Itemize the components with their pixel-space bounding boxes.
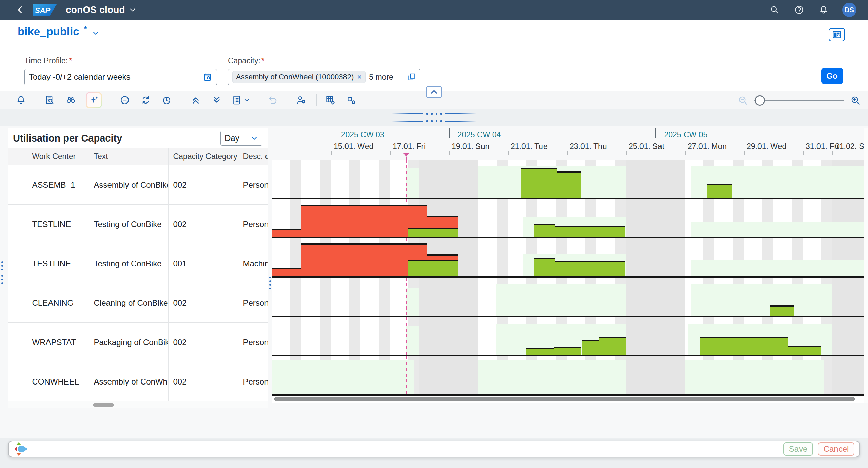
chart-horizontal-scrollbar[interactable] [272, 396, 864, 403]
calendar-search-icon[interactable] [203, 72, 213, 82]
zoom-out-icon[interactable] [738, 95, 748, 106]
document-options-button[interactable] [232, 95, 250, 105]
utilisation-bar[interactable] [408, 260, 458, 278]
ai-assistant-button[interactable] [86, 92, 102, 108]
page-title: bike_public [18, 25, 79, 38]
table-settings-button[interactable] [324, 94, 336, 107]
weekend-shading [626, 160, 685, 199]
scrollbar-thumb[interactable] [274, 397, 855, 401]
capacity-field[interactable]: Assembly of ConWheel (10000382) × 5 more [228, 69, 420, 85]
binoculars-button[interactable] [65, 94, 77, 107]
date-tick [803, 151, 804, 155]
conos-logo [14, 442, 28, 456]
cancel-button[interactable]: Cancel [818, 442, 854, 456]
capacity-more-count[interactable]: 5 more [369, 73, 404, 82]
utilisation-bar[interactable] [534, 224, 555, 238]
time-profile-input[interactable] [29, 72, 200, 82]
expand-all-button[interactable] [211, 94, 223, 107]
time-profile-label: Time Profile: [24, 56, 68, 65]
zoom-slider-track[interactable] [754, 100, 844, 101]
date-tick [626, 151, 627, 155]
token-remove-icon[interactable]: × [357, 72, 362, 82]
notifications-button[interactable] [15, 94, 27, 107]
application-window: SAP conOS cloud DS bike_public * Time Pr… [0, 0, 868, 468]
layout-toggle-button[interactable] [829, 28, 845, 41]
horizontal-splitter-handle[interactable] [392, 112, 476, 115]
time-history-button[interactable] [161, 94, 173, 107]
variant-title[interactable]: bike_public * [18, 25, 99, 38]
capacity-baseline [272, 276, 864, 278]
column-header-desc: Desc. c [238, 148, 268, 165]
zoom-slider[interactable] [754, 95, 844, 106]
utilisation-chart-panel: 2025 CW 032025 CW 042025 CW 0515.01. Wed… [272, 128, 868, 403]
table-row[interactable]: TESTLINETesting of ConBike001Machin [8, 244, 268, 283]
date-tick-label: 21.01. Tue [511, 142, 548, 151]
save-button[interactable]: Save [783, 442, 813, 456]
table-header-row: Work Center Text Capacity Category Desc.… [8, 148, 268, 165]
splitter-strip [0, 109, 868, 126]
table-row[interactable]: TESTLINETesting of ConBike002Person [8, 205, 268, 244]
value-help-icon[interactable] [407, 73, 416, 81]
window-splitter-handle[interactable] [1, 275, 3, 284]
utilisation-bar[interactable] [555, 226, 624, 238]
chart-vertical-scrollbar[interactable] [864, 128, 868, 403]
week-label: 2025 CW 05 [664, 130, 707, 139]
zoom-in-icon[interactable] [850, 95, 861, 106]
granularity-value: Day [225, 133, 239, 143]
table-row[interactable]: ASSEMB_1Assembly of ConBike002Person [8, 165, 268, 205]
today-marker-line [406, 157, 407, 160]
utilisation-bar[interactable] [521, 168, 556, 199]
document-search-button[interactable] [44, 94, 56, 107]
horizontal-splitter-handle[interactable] [392, 119, 476, 123]
utilisation-bar[interactable] [700, 337, 788, 356]
undo-button[interactable] [267, 94, 279, 107]
panel-splitter-grip[interactable] [269, 277, 271, 289]
utilisation-bar[interactable] [534, 258, 555, 278]
search-icon[interactable] [769, 4, 781, 16]
column-header-text: Text [89, 148, 168, 165]
collapse-all-button[interactable] [190, 94, 202, 107]
settings-button[interactable] [345, 94, 357, 107]
cell-desc: Person [238, 362, 268, 401]
back-button[interactable] [14, 3, 27, 17]
collapse-header-button[interactable] [426, 86, 442, 98]
table-row[interactable]: CONWHEELAssembly of ConWh...002Person [8, 362, 268, 401]
product-chevron-down-icon[interactable] [129, 6, 136, 13]
utilisation-bar[interactable] [770, 305, 794, 317]
window-splitter-handle[interactable] [1, 261, 3, 270]
weekend-shading [626, 238, 685, 278]
capacity-baseline [272, 394, 864, 396]
table-row[interactable]: WRAPSTATPackaging of ConBike002Person [8, 323, 268, 362]
time-profile-field[interactable] [24, 69, 217, 85]
zoom-slider-handle[interactable] [755, 95, 765, 106]
week-boundary-tick [449, 128, 450, 138]
help-icon[interactable] [793, 4, 805, 16]
toolbar-separator [111, 94, 111, 106]
notifications-bell-icon[interactable] [818, 4, 829, 16]
today-line [406, 278, 407, 317]
weekend-shading [419, 160, 478, 199]
remove-button[interactable] [119, 94, 131, 107]
refresh-button[interactable] [140, 94, 152, 107]
table-horizontal-scrollbar[interactable] [8, 401, 268, 408]
utilisation-bar[interactable] [599, 337, 626, 356]
granularity-select[interactable]: Day [220, 131, 262, 146]
user-settings-button[interactable] [295, 94, 308, 107]
cell-text: Cleaning of ConBike [89, 283, 168, 323]
week-label: 2025 CW 04 [457, 130, 501, 139]
table-row[interactable]: CLEANINGCleaning of ConBike002Person [8, 283, 268, 323]
utilisation-bar[interactable] [582, 340, 599, 356]
utilisation-bar[interactable] [557, 171, 582, 199]
variant-chevron-down-icon[interactable] [92, 29, 99, 37]
go-button[interactable]: Go [821, 68, 843, 84]
date-tick-label: 25.01. Sat [629, 142, 664, 151]
availability-block [691, 284, 832, 316]
utilisation-bar[interactable] [555, 261, 624, 278]
utilisation-bar[interactable] [707, 184, 732, 199]
today-line [406, 160, 407, 199]
user-avatar[interactable]: DS [842, 3, 856, 17]
scrollbar-thumb[interactable] [93, 403, 114, 407]
panel-splitter[interactable] [268, 128, 272, 407]
availability-block [406, 326, 419, 355]
capacity-token[interactable]: Assembly of ConWheel (10000382) × [232, 71, 366, 83]
